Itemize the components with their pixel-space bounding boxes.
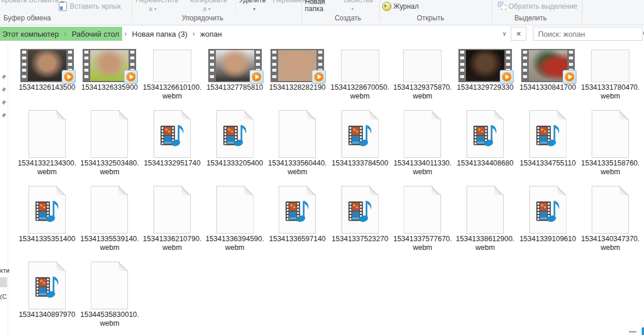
file-item[interactable]: 15341329729330	[454, 30, 517, 105]
file-item[interactable]: 15341331780470. webm	[579, 30, 642, 105]
file-name: 15341332951740	[142, 159, 202, 168]
file-item[interactable]: 15341336597140	[266, 181, 329, 257]
file-item[interactable]: 15341326143500	[16, 30, 79, 105]
file-item[interactable]: 15341332503480. webm	[79, 105, 141, 181]
file-item[interactable]: 15341333205400	[204, 105, 266, 181]
blank-file-icon	[279, 110, 316, 158]
pin-icon	[1, 100, 7, 106]
file-item[interactable]: 15341334408680	[454, 105, 517, 181]
file-item[interactable]: 15341336210790. webm	[141, 181, 204, 257]
file-name: 15341335539140. webm	[79, 235, 140, 252]
file-item[interactable]: 15341329375870. webm	[392, 30, 454, 105]
invert-selection-button[interactable]: Обратить выделение	[508, 2, 578, 10]
paste-shortcut-button[interactable]: Вставить ярлык	[70, 2, 121, 10]
file-item[interactable]: 15344535830010. webm	[79, 257, 141, 333]
file-name: 15341336210790. webm	[142, 235, 202, 252]
media-file-icon	[529, 110, 567, 158]
file-item[interactable]: 15341338612900. webm	[454, 181, 517, 257]
file-item[interactable]: 15341330841700	[517, 30, 579, 105]
blank-file-icon	[467, 186, 504, 234]
breadcrumb-separator-icon[interactable]: ›	[122, 30, 130, 38]
video-thumbnail	[521, 49, 575, 82]
chevron-down-icon[interactable]: ▾	[351, 6, 354, 12]
media-file-icon	[29, 186, 66, 234]
breadcrumb-item[interactable]: Новая папка (3)	[130, 30, 190, 38]
media-file-icon	[341, 186, 379, 234]
media-note-icon	[347, 123, 373, 149]
paste-shortcut-icon	[59, 2, 67, 11]
new-folder-button[interactable]: Новая папка	[305, 0, 325, 12]
file-item[interactable]: 15341335539140. webm	[79, 181, 141, 257]
file-name: 15341332503480. webm	[79, 159, 140, 177]
blank-file-icon	[29, 110, 66, 158]
chevron-down-icon: ▾	[154, 6, 156, 12]
video-thumbnail	[271, 49, 324, 82]
file-name: 15341337577670. webm	[392, 235, 453, 252]
delete-button[interactable]: Удалить	[239, 0, 266, 4]
file-item[interactable]: 15341335351400	[16, 181, 79, 257]
ribbon-group-divider	[492, 0, 492, 22]
breadcrumb-separator-icon[interactable]: ›	[190, 30, 198, 38]
properties-button[interactable]: свойства	[344, 0, 373, 4]
file-item[interactable]: 15341336394590. webm	[204, 181, 266, 257]
file-name: 15341333560440. webm	[267, 159, 328, 177]
file-name: 15341327785810	[205, 83, 265, 92]
history-button[interactable]: Журнал	[393, 2, 419, 10]
file-item[interactable]: 15341328670050. webm	[329, 30, 392, 105]
file-item[interactable]: 15341335158760. webm	[579, 105, 642, 181]
group-label-select: Выделить	[514, 14, 546, 22]
file-item[interactable]: 15341334755110	[517, 105, 579, 181]
breadcrumb-separator-icon[interactable]: ›	[61, 30, 69, 38]
ribbon-group-divider	[582, 0, 582, 22]
blank-file-icon	[404, 110, 441, 158]
copy-paste-buttons-clipped[interactable]: ировать Вставить	[1, 0, 59, 4]
file-item[interactable]: 15341340347370. webm	[579, 181, 642, 257]
file-item[interactable]: 15341326610100. webm	[141, 30, 204, 105]
blank-thumbnail	[403, 50, 442, 82]
breadcrumb-item[interactable]: Этот компьютер	[0, 30, 61, 38]
file-item[interactable]: 15341332134300. webm	[16, 105, 79, 181]
ribbon-group-divider	[301, 0, 302, 22]
media-note-icon	[347, 199, 373, 224]
group-label-open: Открыть	[417, 14, 444, 22]
file-name: 15341326143500	[17, 83, 77, 92]
chevron-down-icon: ▾	[208, 6, 211, 12]
file-item[interactable]: 15341339109610	[517, 181, 579, 257]
breadcrumb-item[interactable]: Рабочий стол	[69, 30, 122, 38]
nav-item-clipped-text: кти	[0, 267, 9, 274]
pin-icon	[1, 112, 7, 119]
file-item[interactable]: 15341328282190	[266, 30, 329, 105]
file-item[interactable]: 15341337523270	[329, 181, 392, 257]
explorer-window: ировать Вставить Вставить ярлык Перемест…	[0, 0, 644, 335]
file-item[interactable]: 15341333560440. webm	[266, 105, 329, 181]
move-to-button[interactable]: Переместить	[136, 0, 179, 4]
file-name: 15341335158760. webm	[580, 159, 641, 177]
chevron-down-icon[interactable]: ▾	[253, 6, 255, 12]
file-item[interactable]: 15341334011330. webm	[392, 105, 454, 181]
copy-to-button[interactable]: копировать	[190, 0, 227, 4]
copy-to-sub[interactable]: в ▾	[203, 5, 211, 12]
ribbon-group-divider	[379, 0, 380, 22]
file-item[interactable]: 15341326335900	[79, 30, 141, 105]
pin-icon	[1, 74, 7, 80]
file-name: 15341333205400	[205, 159, 265, 168]
media-file-icon	[529, 186, 567, 234]
ribbon-toolbar: ировать Вставить Вставить ярлык Перемест…	[0, 0, 644, 26]
nav-pane-divider	[8, 44, 8, 335]
history-icon	[382, 2, 392, 11]
media-note-icon	[159, 123, 185, 149]
media-file-icon	[216, 110, 254, 158]
group-label-organize: Упорядочить	[182, 14, 223, 22]
file-item[interactable]: 15341333784500	[329, 105, 392, 181]
file-item[interactable]: 15341327785810	[204, 30, 266, 105]
file-item[interactable]: 15341337577670. webm	[392, 181, 454, 257]
play-overlay-icon	[563, 70, 577, 84]
breadcrumb-item[interactable]: жопан	[198, 30, 224, 38]
video-thumbnail	[458, 49, 512, 82]
bottom-edge-blue-mark	[642, 327, 644, 335]
blank-file-icon	[91, 262, 128, 309]
file-item[interactable]: 15341340897970	[16, 257, 79, 333]
file-item[interactable]: 15341332951740	[141, 105, 204, 181]
move-to-sub[interactable]: в ▾	[149, 5, 156, 12]
file-name: 15341335351400	[17, 235, 77, 244]
